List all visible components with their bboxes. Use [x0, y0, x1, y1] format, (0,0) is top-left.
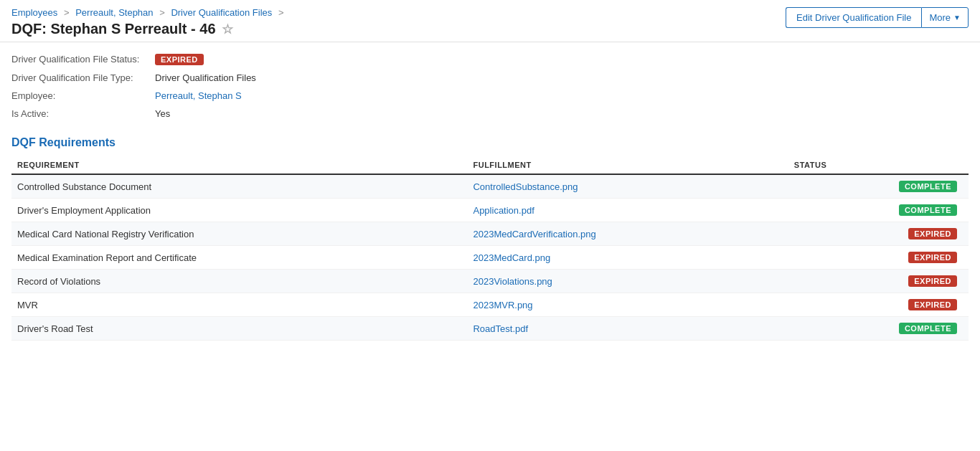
status-badge: EXPIRED	[908, 275, 957, 287]
requirements-table-header: REQUIREMENT FULFILLMENT STATUS	[11, 156, 969, 174]
requirement-cell: Controlled Substance Document	[11, 174, 467, 199]
page-title: DQF: Stephan S Perreault - 46 ☆	[11, 21, 288, 37]
fulfillment-cell[interactable]: 2023MVR.png	[467, 293, 788, 317]
status-badge: COMPLETE	[899, 204, 957, 216]
requirement-cell: Record of Violations	[11, 270, 467, 293]
main-content: Driver Qualification File Status:EXPIRED…	[0, 42, 980, 352]
col-status: STATUS	[788, 156, 969, 174]
breadcrumb-dqf[interactable]: Driver Qualification Files	[171, 7, 272, 18]
more-label: More	[929, 12, 951, 23]
chevron-down-icon: ▼	[953, 14, 961, 22]
status-badge: COMPLETE	[899, 181, 957, 192]
requirements-section-title: DQF Requirements	[11, 136, 969, 149]
fulfillment-cell[interactable]: Application.pdf	[467, 199, 788, 222]
table-row: Record of Violations2023Violations.pngEX…	[11, 270, 969, 293]
edit-dqf-button[interactable]: Edit Driver Qualification File	[786, 7, 921, 28]
breadcrumb: Employees > Perreault, Stephan > Driver …	[11, 7, 288, 18]
star-icon[interactable]: ☆	[222, 22, 233, 37]
table-row: Controlled Substance DocumentControlledS…	[11, 174, 969, 199]
col-requirement: REQUIREMENT	[11, 156, 467, 174]
status-cell: EXPIRED	[788, 222, 969, 246]
requirement-cell: Medical Examination Report and Certifica…	[11, 246, 467, 270]
fulfillment-cell[interactable]: 2023MedCard.png	[467, 246, 788, 270]
table-row: MVR2023MVR.pngEXPIRED	[11, 293, 969, 317]
table-row: Medical Card National Registry Verificat…	[11, 222, 969, 246]
info-label: Employee:	[11, 90, 155, 101]
table-row: Medical Examination Report and Certifica…	[11, 246, 969, 270]
status-cell: COMPLETE	[788, 317, 969, 341]
info-label: Is Active:	[11, 108, 155, 119]
fulfillment-cell[interactable]: ControlledSubstance.png	[467, 174, 788, 199]
status-badge: EXPIRED	[908, 299, 957, 310]
breadcrumb-sep-2: >	[159, 7, 167, 18]
info-label: Driver Qualification File Status:	[11, 54, 155, 65]
top-bar: Employees > Perreault, Stephan > Driver …	[0, 0, 980, 42]
info-value: EXPIRED	[155, 54, 969, 65]
fulfillment-cell[interactable]: 2023Violations.png	[467, 270, 788, 293]
more-button[interactable]: More ▼	[921, 7, 969, 28]
info-value: Driver Qualification Files	[155, 72, 969, 83]
info-grid: Driver Qualification File Status:EXPIRED…	[11, 54, 969, 119]
page-title-text: DQF: Stephan S Perreault - 46	[11, 21, 216, 37]
breadcrumb-sep-1: >	[64, 7, 72, 18]
status-cell: COMPLETE	[788, 199, 969, 222]
info-value[interactable]: Perreault, Stephan S	[155, 90, 969, 101]
requirements-table: REQUIREMENT FULFILLMENT STATUS Controlle…	[11, 156, 969, 341]
breadcrumb-sep-3: >	[278, 7, 284, 18]
breadcrumb-employees[interactable]: Employees	[11, 7, 57, 18]
status-badge: EXPIRED	[155, 54, 204, 65]
status-cell: EXPIRED	[788, 293, 969, 317]
requirement-cell: Driver's Employment Application	[11, 199, 467, 222]
requirements-table-body: Controlled Substance DocumentControlledS…	[11, 174, 969, 341]
status-badge: EXPIRED	[908, 252, 957, 263]
status-cell: COMPLETE	[788, 174, 969, 199]
fulfillment-cell[interactable]: 2023MedCardVerification.png	[467, 222, 788, 246]
table-row: Driver's Employment ApplicationApplicati…	[11, 199, 969, 222]
requirement-cell: MVR	[11, 293, 467, 317]
top-actions: Edit Driver Qualification File More ▼	[786, 7, 969, 28]
info-label: Driver Qualification File Type:	[11, 72, 155, 83]
col-fulfillment: FULFILLMENT	[467, 156, 788, 174]
table-row: Driver's Road TestRoadTest.pdfCOMPLETE	[11, 317, 969, 341]
status-badge: COMPLETE	[899, 323, 957, 334]
title-block: Employees > Perreault, Stephan > Driver …	[11, 7, 288, 37]
fulfillment-cell[interactable]: RoadTest.pdf	[467, 317, 788, 341]
breadcrumb-person[interactable]: Perreault, Stephan	[75, 7, 153, 18]
status-badge: EXPIRED	[908, 228, 957, 239]
status-cell: EXPIRED	[788, 270, 969, 293]
requirement-cell: Medical Card National Registry Verificat…	[11, 222, 467, 246]
info-value: Yes	[155, 108, 969, 119]
requirement-cell: Driver's Road Test	[11, 317, 467, 341]
status-cell: EXPIRED	[788, 246, 969, 270]
